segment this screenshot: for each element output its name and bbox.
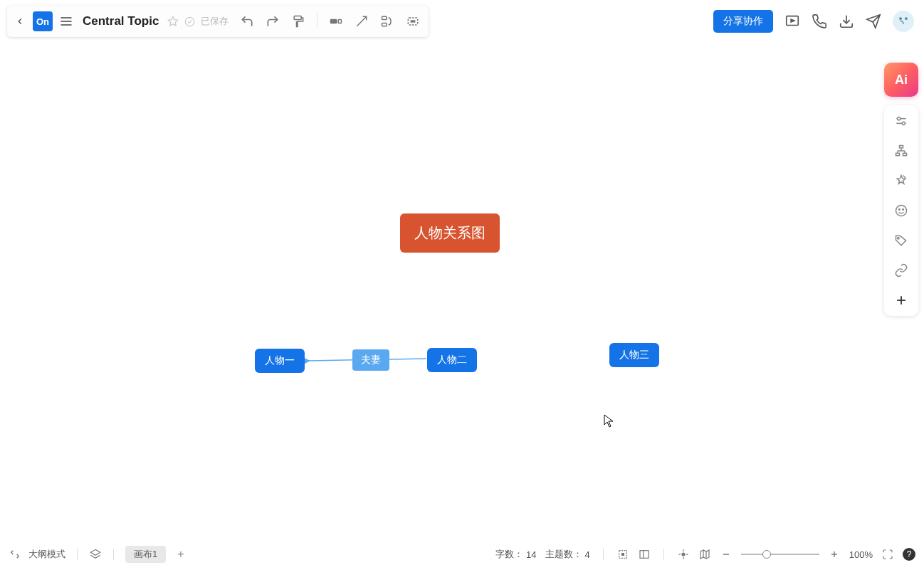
layers-button[interactable]	[89, 548, 102, 561]
fit-selection-button[interactable]	[616, 548, 629, 561]
canvas-tab[interactable]: 画布1	[125, 546, 166, 563]
zoom-in-button[interactable]	[828, 548, 841, 561]
bottom-right-group: 字数： 14 主题数： 4 100% ?	[495, 548, 915, 561]
svg-marker-40	[90, 549, 100, 555]
topic-count-value: 4	[585, 549, 590, 560]
char-count-value: 14	[526, 549, 536, 560]
central-topic-node[interactable]: 人物关系图	[400, 213, 500, 253]
minimap-button[interactable]	[698, 548, 711, 561]
zoom-slider-thumb[interactable]	[762, 550, 771, 559]
person2-node[interactable]: 人物二	[427, 348, 477, 372]
svg-rect-43	[640, 551, 649, 559]
person1-node[interactable]: 人物一	[255, 349, 305, 373]
bottom-separator	[663, 549, 664, 560]
bottom-separator	[603, 549, 604, 560]
svg-rect-42	[621, 553, 624, 556]
fullscreen-button[interactable]	[881, 548, 894, 561]
bottom-separator	[113, 549, 114, 560]
fit-width-button[interactable]	[638, 548, 651, 561]
zoom-slider[interactable]	[741, 554, 819, 555]
char-count-label: 字数：	[495, 548, 523, 561]
center-view-button[interactable]	[677, 548, 690, 561]
topic-count-label: 主题数：	[545, 548, 582, 561]
bottom-left-group: 大纲模式 画布1 +	[9, 546, 189, 563]
svg-point-45	[682, 553, 685, 556]
person3-node[interactable]: 人物三	[609, 343, 659, 367]
outline-toggle-icon[interactable]	[9, 548, 21, 561]
zoom-level-label[interactable]: 100%	[849, 549, 873, 560]
help-button[interactable]: ?	[903, 548, 915, 561]
outline-mode-label[interactable]: 大纲模式	[28, 548, 65, 561]
add-canvas-button[interactable]: +	[173, 548, 188, 561]
relation-label-node[interactable]: 夫妻	[352, 349, 389, 371]
canvas[interactable]: 人物关系图 人物一 夫妻 人物二 人物三	[0, 0, 924, 565]
bottom-bar: 大纲模式 画布1 + 字数： 14 主题数： 4	[0, 544, 924, 565]
svg-marker-50	[700, 550, 709, 559]
bottom-separator	[77, 549, 78, 560]
zoom-out-button[interactable]	[720, 548, 733, 561]
